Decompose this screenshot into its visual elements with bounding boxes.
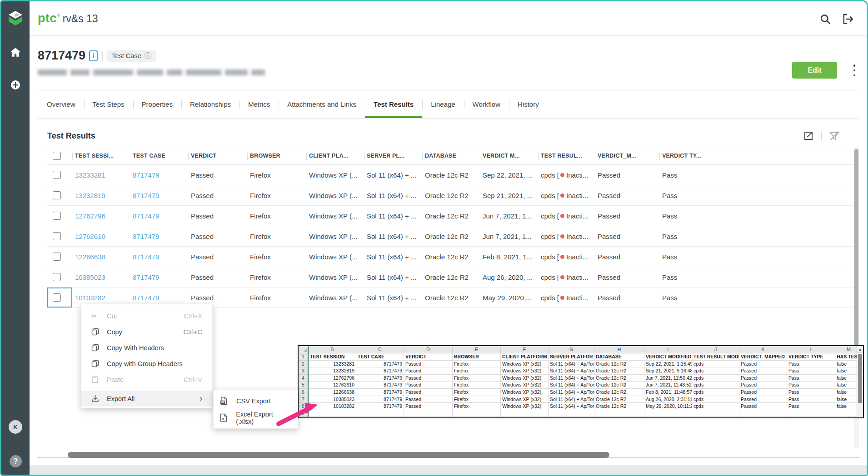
test-session-link[interactable]: 12266638 <box>72 247 130 267</box>
tab-history[interactable]: History <box>509 90 548 118</box>
row-checkbox[interactable] <box>53 171 61 179</box>
verdict-mapped-cell: Passed <box>595 247 659 267</box>
test-session-link[interactable]: 12762610 <box>72 226 130 246</box>
excel-cell: Feb 8, 2021, 11:48:57 <box>644 389 692 396</box>
avatar[interactable]: K <box>9 420 22 434</box>
excel-cell: Firefox <box>453 367 501 375</box>
col-server-platform[interactable]: SERVER PL... <box>364 147 422 164</box>
tab-test-steps[interactable]: Test Steps <box>84 90 133 118</box>
table-row[interactable]: 12762796 8717479 Passed Firefox Windows … <box>47 206 854 226</box>
test-case-link[interactable]: 8717479 <box>130 247 188 267</box>
row-checkbox[interactable] <box>53 273 61 281</box>
col-test-result-modifier[interactable]: TEST RESUL... <box>538 147 595 164</box>
excel-cell: Sol 11 (x64) + Ap/Tom <box>549 367 594 375</box>
test-session-link[interactable]: 12762796 <box>72 206 130 226</box>
select-all-checkbox[interactable] <box>53 152 61 160</box>
table-row[interactable]: 12762610 8717479 Passed Firefox Windows … <box>47 226 854 247</box>
tab-overview[interactable]: Overview <box>38 90 84 118</box>
excel-cell: Passed <box>404 367 453 375</box>
test-case-link[interactable]: 8717479 <box>130 267 188 287</box>
col-verdict-modified[interactable]: VERDICT M... <box>480 147 538 164</box>
col-verdict-mapped[interactable]: VERDICT_M... <box>595 147 659 164</box>
browser-cell: Firefox <box>247 185 306 205</box>
tab-lineage[interactable]: Lineage <box>422 90 464 118</box>
home-icon[interactable] <box>1 46 30 58</box>
col-test-case[interactable]: TEST CASE <box>130 147 188 164</box>
server-platform-cell: Sol 11 (x64) + ... <box>364 206 422 226</box>
tab-test-results[interactable]: Test Results <box>365 90 422 118</box>
test-case-link[interactable]: 8717479 <box>130 206 188 226</box>
excel-corner-cell <box>299 346 309 353</box>
table-row[interactable]: 13233281 8717479 Passed Firefox Windows … <box>47 165 854 185</box>
excel-export-preview: B C D E F G H I J K L M <box>298 345 864 418</box>
create-icon[interactable] <box>1 80 30 90</box>
search-icon[interactable] <box>819 13 831 25</box>
clipboard-icon <box>91 376 107 383</box>
verdict-cell: Passed <box>188 185 247 205</box>
info-icon[interactable]: i <box>145 52 151 59</box>
test-result-modifier-cell: cpds [Inacti... <box>538 247 595 267</box>
menu-item-copy[interactable]: Copy Ctrl+C <box>81 324 212 340</box>
col-client-platform[interactable]: CLIENT PLA... <box>306 147 364 164</box>
help-icon[interactable]: ? <box>10 455 22 467</box>
menu-item-excel-export[interactable]: x Excel Export (.xlsx) <box>214 409 298 426</box>
col-test-session[interactable]: TEST SESSI... <box>72 147 130 164</box>
tab-attachments-and-links[interactable]: Attachments and Links <box>279 90 365 118</box>
row-checkbox[interactable] <box>53 293 61 302</box>
verdict-type-cell: Pass <box>659 226 854 246</box>
test-case-link[interactable]: 8717479 <box>130 165 188 185</box>
more-actions-icon[interactable] <box>851 64 858 76</box>
excel-cell: 8717479 <box>356 396 404 403</box>
excel-cell: Passed <box>739 396 787 403</box>
export-icon[interactable] <box>803 130 814 141</box>
tab-relationships[interactable]: Relationships <box>181 90 239 118</box>
excel-cell: Firefox <box>453 403 501 410</box>
excel-col-letter: F <box>501 346 549 353</box>
excel-cell: May 29, 2020, 10:11:2 <box>644 403 692 410</box>
excel-cell: Pass <box>787 375 835 382</box>
scissors-icon: ✂ <box>91 312 107 320</box>
table-row[interactable]: 12266638 8717479 Passed Firefox Windows … <box>47 247 854 267</box>
col-verdict-type[interactable]: VERDICT TY... <box>659 147 854 164</box>
row-checkbox-cell <box>47 247 72 267</box>
svg-text:x: x <box>222 417 224 421</box>
test-session-link[interactable]: 10385023 <box>72 267 130 287</box>
menu-item-export-all[interactable]: Export All › <box>81 391 212 407</box>
edit-button[interactable]: Edit <box>792 62 837 79</box>
filter-off-icon[interactable] <box>829 130 840 141</box>
horizontal-scrollbar-thumb[interactable] <box>68 452 609 458</box>
excel-cell: 12762796 <box>309 375 356 382</box>
menu-item-csv-export[interactable]: CSV CSV Export <box>214 392 298 409</box>
test-session-link[interactable]: 13233281 <box>72 165 130 185</box>
test-case-link[interactable]: 8717479 <box>130 226 188 246</box>
ptc-logo-icon[interactable] <box>7 10 24 26</box>
inactive-status-dot <box>560 173 564 177</box>
excel-header-cell: VERDICT TYPE <box>787 353 835 361</box>
table-row[interactable]: 10385023 8717479 Passed Firefox Windows … <box>47 267 854 288</box>
test-session-link[interactable]: 13232819 <box>72 185 130 205</box>
tab-metrics[interactable]: Metrics <box>239 90 279 118</box>
excel-data-row: 3 13232819 8717479 Passed Firefox Window… <box>299 367 863 375</box>
table-row[interactable]: 13232819 8717479 Passed Firefox Windows … <box>47 185 854 206</box>
row-checkbox[interactable] <box>53 232 61 240</box>
logout-icon[interactable] <box>842 13 854 25</box>
tab-properties[interactable]: Properties <box>133 90 181 118</box>
tab-bar: Overview Test Steps Properties Relations… <box>37 90 860 119</box>
verdict-modified-cell: Aug 26, 2020, ... <box>480 267 538 287</box>
col-browser[interactable]: BROWSER <box>247 147 306 164</box>
document-info-icon[interactable]: i <box>89 50 98 61</box>
test-case-link[interactable]: 8717479 <box>130 185 188 205</box>
col-database[interactable]: DATABASE <box>422 147 480 164</box>
excel-cell: Passed <box>404 403 453 410</box>
copy-icon <box>91 360 107 367</box>
row-checkbox[interactable] <box>53 212 61 220</box>
inactive-status-dot <box>560 193 564 198</box>
tab-workflow[interactable]: Workflow <box>464 90 509 118</box>
excel-cell: Sol 11 (x64) + Ap/Tom <box>549 375 594 382</box>
menu-item-copy-with-group-headers[interactable]: Copy with Group Headers <box>81 356 212 372</box>
menu-item-copy-with-headers[interactable]: Copy With Headers <box>81 340 212 356</box>
col-verdict[interactable]: VERDICT <box>188 147 247 164</box>
row-checkbox[interactable] <box>53 253 61 261</box>
test-result-modifier-cell: cpds [Inacti... <box>538 226 595 246</box>
row-checkbox[interactable] <box>53 191 61 199</box>
